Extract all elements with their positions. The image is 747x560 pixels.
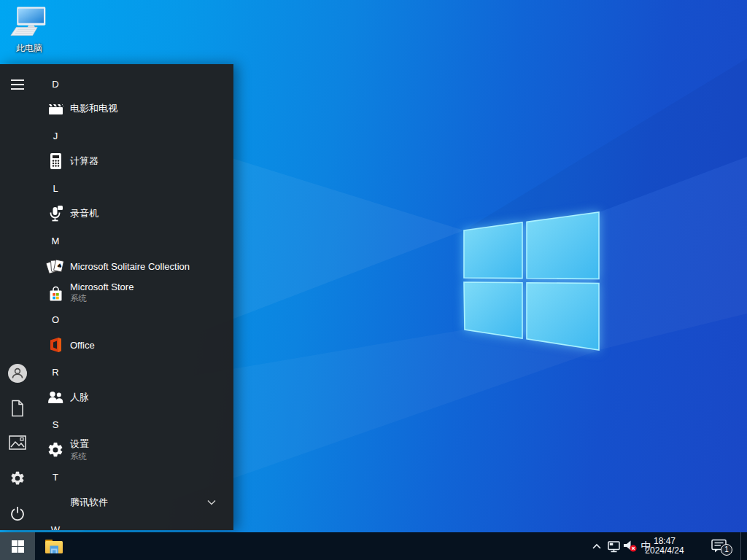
computer-icon (10, 6, 48, 38)
section-letter-o[interactable]: O (45, 313, 66, 327)
file-explorer-icon (44, 538, 63, 554)
documents-icon (9, 400, 26, 417)
network-icon (608, 540, 621, 553)
section-letter-s[interactable]: S (45, 418, 66, 432)
movies-tv-icon (47, 100, 64, 117)
notification-badge: 1 (721, 544, 732, 556)
settings-icon (47, 441, 64, 459)
pictures-icon (9, 435, 26, 450)
store-icon (47, 284, 65, 302)
app-sublabel: 系统 (70, 293, 133, 304)
app-item-settings[interactable]: 设置 系统 (35, 434, 233, 466)
app-label: Microsoft Solitaire Collection (70, 261, 190, 272)
app-item-office[interactable]: Office (35, 332, 233, 357)
start-button[interactable] (0, 532, 35, 560)
taskbar-clock[interactable]: 18:47 2024/4/24 (642, 532, 687, 560)
app-item-people[interactable]: 人脉 (35, 385, 233, 410)
rail-settings-button[interactable] (0, 468, 35, 489)
voice-recorder-icon (47, 205, 64, 222)
user-avatar (8, 364, 27, 383)
app-item-voice-recorder[interactable]: 录音机 (35, 201, 233, 226)
app-label: Microsoft Store (70, 281, 133, 292)
volume-tray-button[interactable] (622, 532, 639, 560)
show-hidden-icons-button[interactable] (588, 532, 605, 560)
network-tray-button[interactable] (605, 532, 623, 560)
expand-menu-button[interactable] (0, 74, 35, 95)
action-center-button[interactable]: 1 (708, 532, 737, 560)
app-label: Office (70, 340, 95, 351)
section-letter-m[interactable]: M (45, 234, 66, 249)
windows-flag-logo (460, 209, 603, 354)
people-icon (47, 389, 64, 406)
desktop-icon-label: 此电脑 (6, 42, 53, 55)
pictures-button[interactable] (0, 432, 35, 453)
file-explorer-button[interactable] (35, 532, 73, 560)
start-menu-rail (0, 64, 35, 530)
app-item-solitaire[interactable]: ♠ Microsoft Solitaire Collection (35, 254, 233, 279)
section-letter-r[interactable]: R (45, 365, 66, 380)
taskbar: 中 18:47 2024/4/24 1 (0, 532, 747, 560)
hidden-icons-chevron (592, 542, 602, 550)
user-account-button[interactable] (0, 363, 35, 384)
volume-muted-icon (623, 540, 638, 553)
section-letter-d[interactable]: D (45, 77, 66, 92)
app-item-microsoft-store[interactable]: Microsoft Store 系统 (35, 276, 233, 308)
app-item-movies-tv[interactable]: 电影和电视 (35, 96, 233, 121)
clock-date: 2024/4/24 (645, 546, 684, 556)
app-label: 人脉 (70, 391, 89, 404)
app-label: 腾讯软件 (70, 496, 108, 509)
start-menu: D J L M O R S T W 电影和电视 计算器 (0, 64, 233, 530)
section-letter-j[interactable]: J (45, 129, 66, 144)
show-desktop-button[interactable] (740, 532, 747, 560)
documents-button[interactable] (0, 398, 35, 419)
chevron-down-icon (207, 499, 216, 505)
app-item-calculator[interactable]: 计算器 (35, 149, 233, 174)
app-label: 计算器 (70, 155, 98, 168)
section-letter-w[interactable]: W (45, 523, 66, 530)
section-letter-l[interactable]: L (45, 182, 66, 196)
section-letter-t[interactable]: T (45, 470, 66, 485)
hamburger-icon (10, 79, 25, 90)
desktop-icon-this-pc[interactable]: 此电脑 (6, 6, 53, 55)
calculator-icon (47, 152, 64, 170)
power-icon (9, 505, 26, 521)
solitaire-icon: ♠ (46, 257, 65, 276)
settings-icon (9, 470, 26, 486)
app-sublabel: 系统 (70, 451, 89, 462)
windows-logo-icon (12, 540, 24, 553)
app-folder-tencent[interactable]: 腾讯软件 (35, 490, 233, 515)
app-label: 设置 (70, 438, 89, 451)
power-button[interactable] (0, 503, 35, 524)
app-label: 电影和电视 (70, 102, 117, 115)
office-icon (47, 336, 64, 354)
app-label: 录音机 (70, 207, 98, 220)
